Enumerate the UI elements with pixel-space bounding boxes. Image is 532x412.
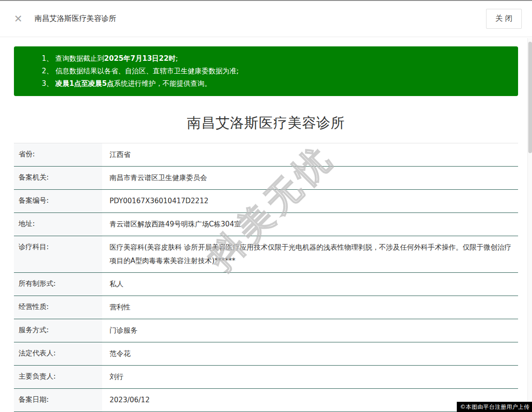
notice-line: 3、 凌晨1点至凌晨5点系统进行维护，不能提供查询。 [42,77,509,90]
row-label: 主要负责人: [14,366,102,388]
scrollbar[interactable] [527,38,532,412]
row-value: 2023/06/12 [102,389,518,412]
page-title: 南昌艾洛斯医疗美容诊所 [0,114,532,133]
row-label: 备案编号: [14,190,102,212]
row-value: 私人 [102,273,518,296]
table-row: 诊疗科目:医疗美容科(美容皮肤科 诊所开展美容医疗应用技术仅限于光电机器的浅表性… [14,236,518,273]
row-label: 地址: [14,213,102,236]
table-row: 经营性质:营利性 [14,296,518,319]
row-label: 诊疗科目: [14,236,102,272]
row-value: 青云谱区解放西路49号明珠广场C栋304室 [102,213,518,236]
scrollbar-thumb[interactable] [528,42,532,153]
row-value: 医疗美容科(美容皮肤科 诊所开展美容医疗应用技术仅限于光电机器的浅表性物理剥脱，… [102,236,518,272]
table-row: 法定代表人:范令花 [14,342,518,366]
topbar: ✕ 南昌艾洛斯医疗美容诊所 关 闭 [0,1,532,37]
row-value: PDY00167X36010417D2212 [102,190,518,212]
table-row: 备案机关:南昌市青云谱区卫生健康委员会 [14,167,518,190]
row-label: 备案日期: [14,389,102,412]
table-row: 服务方式:门诊服务 [14,319,518,342]
notice-line: 2、 信息数据结果以各省、自治区、直辖市卫生健康委数据为准; [42,65,509,77]
row-value: 南昌市青云谱区卫生健康委员会 [102,167,518,189]
close-x-icon[interactable]: ✕ [14,14,22,24]
notice-line: 1、 查询数据截止到2025年7月13日22时; [42,52,509,65]
notice-box: 1、 查询数据截止到2025年7月13日22时;2、 信息数据结果以各省、自治区… [14,46,518,96]
row-label: 经营性质: [14,296,102,319]
row-value: 范令花 [102,342,518,365]
table-row: 主要负责人:刘行 [14,366,518,389]
row-label: 法定代表人: [14,342,102,365]
row-label: 所有制形式: [14,273,102,296]
table-row: 所有制形式:私人 [14,273,518,296]
row-value: 江西省 [102,143,518,166]
table-row: 地址:青云谱区解放西路49号明珠广场C栋304室 [14,213,518,236]
info-table: 省份:江西省备案机关:南昌市青云谱区卫生健康委员会备案编号:PDY00167X3… [14,143,518,412]
row-value: 门诊服务 [102,319,518,342]
row-value: 营利性 [102,296,518,319]
table-row: 省份:江西省 [14,143,518,167]
uploader-badge: ©本图由平台注册用户上传 [457,402,532,412]
table-row: 备案日期:2023/06/12 [14,389,518,412]
row-value: 刘行 [102,366,518,388]
row-label: 备案机关: [14,167,102,189]
page: { "colors": { "notice_green": "#028102",… [0,0,532,412]
topbar-title: 南昌艾洛斯医疗美容诊所 [34,14,116,24]
row-label: 服务方式: [14,319,102,342]
row-label: 省份: [14,143,102,166]
close-button[interactable]: 关 闭 [486,9,522,29]
table-row: 备案编号:PDY00167X36010417D2212 [14,190,518,213]
